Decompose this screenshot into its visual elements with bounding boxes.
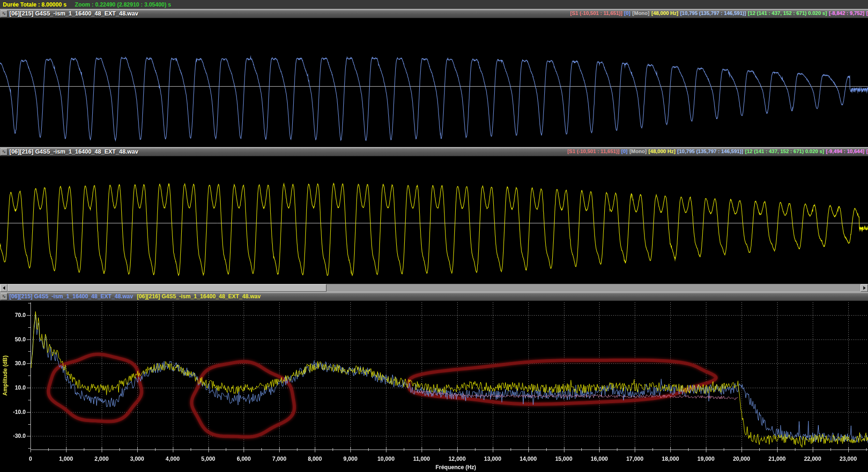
- total-duration-label: Durée Totale : 8.00000 s: [3, 1, 67, 8]
- info-segment: [10,795 (135,797 : 146,591)]: [677, 148, 743, 154]
- waveform-display-track1[interactable]: [0, 19, 868, 147]
- scroll-left-button[interactable]: [0, 284, 7, 292]
- left-arrow-icon: [3, 286, 5, 290]
- info-segment: [48,000 Hz]: [648, 148, 675, 154]
- zoom-range-label: Zoom : 0.22490 (2.82910 : 3.05400) s: [75, 1, 171, 8]
- info-segment: [S1 (-10,501 : 11,651)]: [570, 10, 622, 16]
- info-segment: [06][216] G4S5_-ism_1_16400_48_EXT_48.wa…: [137, 293, 260, 300]
- spectrum-titlebar[interactable]: ∿ [06][215] G4S5_-ism_1_16400_48_EXT_48.…: [0, 292, 868, 301]
- info-segment: [12 (141 : 437, 152 : 671) 0.020 s]: [748, 10, 827, 16]
- info-segment: [48,000 Hz]: [651, 10, 678, 16]
- track2-filename: [06][216] G4S5_-ism_1_16400_48_EXT_48.wa…: [9, 148, 138, 155]
- scroll-right-button[interactable]: [861, 284, 868, 292]
- waveform-display-track2[interactable]: [0, 157, 868, 284]
- track2-titlebar[interactable]: ∿ [06][216] G4S5_-ism_1_16400_48_EXT_48.…: [0, 147, 868, 156]
- info-segment: [06][215] G4S5_-ism_1_16400_48_EXT_48.wa…: [9, 293, 133, 300]
- waveform-handle-icon[interactable]: ∿: [0, 10, 7, 17]
- track1-titlebar[interactable]: ∿ [06][215] G4S5_-ism_1_16400_48_EXT_48.…: [0, 9, 868, 18]
- info-segment: [0]: [621, 148, 627, 154]
- info-segment: [8: [866, 10, 868, 16]
- spectrum-handle-icon[interactable]: ∿: [0, 293, 7, 300]
- info-segment: [0]: [624, 10, 630, 16]
- spectrum-display[interactable]: [0, 302, 868, 472]
- info-segment: [Mono]: [630, 148, 647, 154]
- track1-filename: [06][215] G4S5_-ism_1_16400_48_EXT_48.wa…: [9, 10, 138, 17]
- timeline-scrollbar[interactable]: [0, 284, 868, 292]
- scrollbar-thumb[interactable]: [7, 284, 326, 292]
- right-arrow-icon: [863, 286, 866, 290]
- track1-info-readout: [S1 (-10,501 : 11,651)][0][Mono][48,000 …: [568, 10, 868, 16]
- track2-info-readout: [S1 (-10,501 : 11,651)][0][Mono][48,000 …: [565, 148, 868, 154]
- audio-editor-window: Durée Totale : 8.00000 s Zoom : 0.22490 …: [0, 0, 868, 472]
- info-segment: [12 (141 : 437, 152 : 671) 0.020 s]: [745, 148, 824, 154]
- info-segment: [S1 (-10,501 : 11,651)]: [567, 148, 619, 154]
- info-segment: [10,795 (135,797 : 146,591)]: [680, 10, 746, 16]
- info-segment: [8: [866, 148, 868, 154]
- info-segment: [Mono]: [632, 10, 650, 16]
- info-segment: [-8,842 : 9,752]: [829, 10, 864, 16]
- waveform-handle-icon[interactable]: ∿: [0, 148, 7, 155]
- spectrum-file-labels: [06][215] G4S5_-ism_1_16400_48_EXT_48.wa…: [9, 293, 264, 300]
- info-segment: [-9,494 : 10,644]: [826, 148, 864, 154]
- info-bar: Durée Totale : 8.00000 s Zoom : 0.22490 …: [0, 0, 868, 9]
